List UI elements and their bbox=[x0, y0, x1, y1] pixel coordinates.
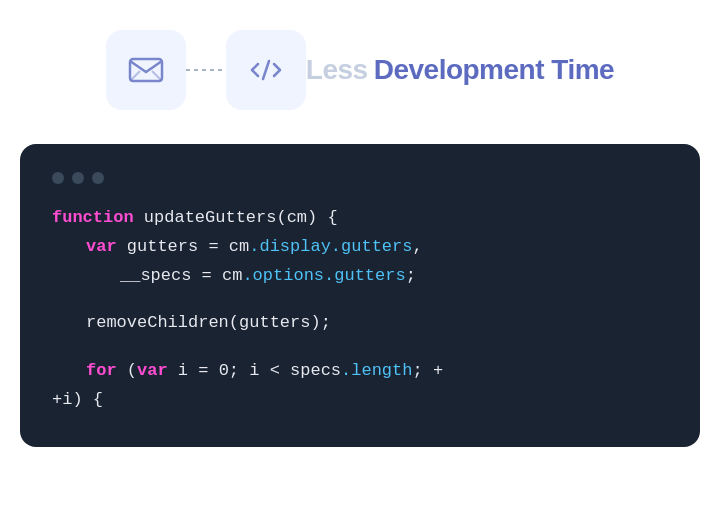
code-line-1: function updateGutters(cm) { bbox=[52, 204, 668, 233]
header-section: Less Development Time bbox=[20, 20, 700, 120]
svg-line-2 bbox=[152, 71, 162, 81]
header-title-area: Less Development Time bbox=[306, 54, 614, 86]
svg-line-3 bbox=[263, 61, 269, 79]
svg-line-1 bbox=[130, 71, 140, 81]
code-section: function updateGutters(cm) { var gutters… bbox=[20, 144, 700, 447]
svg-rect-0 bbox=[130, 59, 162, 81]
window-dots bbox=[52, 172, 668, 184]
window-dot-2 bbox=[72, 172, 84, 184]
code-icon bbox=[248, 52, 284, 88]
header-title-faded: Less bbox=[306, 54, 368, 86]
code-line-blank-1 bbox=[52, 291, 668, 310]
header-title-bold: Development Time bbox=[374, 54, 614, 86]
code-line-5: removeChildren(gutters); bbox=[52, 309, 668, 338]
code-block: function updateGutters(cm) { var gutters… bbox=[52, 204, 668, 415]
code-line-7: for (var i = 0; i < specs.length; + bbox=[52, 357, 668, 386]
code-line-3: __specs = cm.options.gutters; bbox=[52, 262, 668, 291]
email-icon bbox=[128, 52, 164, 88]
icon-box-2 bbox=[226, 30, 306, 110]
window-dot-3 bbox=[92, 172, 104, 184]
code-line-2: var gutters = cm.display.gutters, bbox=[52, 233, 668, 262]
icon-box-1 bbox=[106, 30, 186, 110]
window-dot-1 bbox=[52, 172, 64, 184]
code-line-8: +i) { bbox=[52, 386, 668, 415]
code-line-blank-2 bbox=[52, 338, 668, 357]
connector-line bbox=[186, 69, 226, 71]
